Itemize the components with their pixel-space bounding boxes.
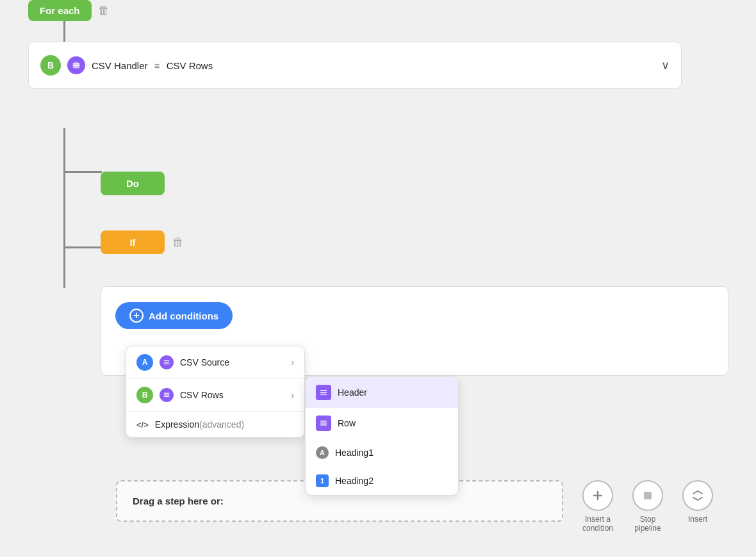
dropdown-item-csv-source[interactable]: A CSV Source › — [126, 346, 304, 378]
svg-rect-7 — [164, 393, 170, 394]
dropdown-item-csv-rows[interactable]: B CSV Rows › — [126, 379, 304, 411]
add-conditions-label: Add conditions — [149, 311, 218, 321]
expression-label: Expression(advanced) — [155, 419, 244, 430]
svg-rect-14 — [320, 423, 327, 424]
do-button[interactable]: Do — [101, 172, 165, 195]
svg-rect-13 — [320, 421, 327, 422]
svg-rect-3 — [73, 67, 79, 68]
expression-icon: </> — [136, 420, 149, 430]
insert-icon — [682, 480, 713, 511]
csv-rows-icon — [160, 388, 174, 402]
insert-condition-label: Insert acondition — [582, 515, 613, 533]
svg-rect-2 — [73, 65, 79, 67]
svg-rect-6 — [164, 364, 170, 364]
add-conditions-button[interactable]: + Add conditions — [115, 302, 233, 329]
sub-menu: Header Row A Heading1 1 Heading2 — [305, 376, 459, 496]
if-trash-icon[interactable]: 🗑 — [172, 236, 184, 249]
badge-b-icon: B — [136, 387, 153, 403]
do-node: Do — [101, 172, 165, 195]
connector-line-h1 — [63, 171, 102, 173]
if-node: If 🗑 — [101, 230, 184, 254]
svg-rect-11 — [320, 392, 327, 393]
badge-a-icon: A — [136, 354, 153, 371]
csv-rows-label: CSV Rows — [180, 390, 224, 400]
dropdown-menu: A CSV Source › B CSV Row — [126, 346, 305, 438]
row-label: Row — [338, 418, 356, 428]
heading2-label: Heading2 — [335, 476, 374, 486]
svg-rect-1 — [73, 63, 79, 65]
svg-rect-16 — [644, 492, 652, 499]
sub-icon-a-heading1: A — [316, 446, 329, 459]
sub-menu-item-heading2[interactable]: 1 Heading2 — [306, 467, 458, 495]
stop-pipeline-icon — [632, 480, 663, 511]
svg-rect-15 — [320, 424, 327, 426]
csv-handler-chevron-icon[interactable]: ∨ — [661, 58, 670, 72]
dropdown-item-expression[interactable]: </> Expression(advanced) — [126, 412, 304, 437]
insert-condition-icon — [582, 480, 613, 511]
connector-line-2 — [63, 128, 65, 172]
csv-handler-icon — [67, 56, 85, 74]
for-each-trash-icon[interactable]: 🗑 — [98, 4, 110, 17]
if-button[interactable]: If — [101, 230, 165, 254]
insert-label: Insert — [688, 515, 707, 524]
chevron-right-icon-source: › — [291, 357, 294, 367]
drag-step-title: Drag a step here or: — [133, 494, 546, 508]
csv-rows-text: CSV Rows — [167, 60, 213, 71]
for-each-node: For each 🗑 — [28, 0, 110, 21]
csv-handler-card: B CSV Handler ≡ CSV Rows ∨ — [28, 42, 682, 89]
action-insert-condition[interactable]: Insert acondition — [582, 480, 613, 533]
csv-separator: ≡ — [154, 60, 160, 71]
canvas: For each 🗑 B CSV Handler ≡ CSV Rows ∨ — [0, 0, 756, 557]
plus-circle-icon: + — [129, 309, 144, 323]
csv-source-text: CSV Handler — [92, 60, 148, 71]
svg-rect-9 — [164, 396, 170, 397]
sub-menu-item-row[interactable]: Row — [306, 408, 458, 439]
stop-pipeline-label: Stoppipeline — [634, 515, 661, 533]
svg-rect-12 — [320, 394, 327, 395]
connector-line-h2 — [63, 246, 102, 248]
csv-handler-inner: B CSV Handler ≡ CSV Rows ∨ — [40, 55, 670, 76]
svg-rect-10 — [320, 390, 327, 391]
header-label: Header — [338, 387, 367, 398]
connector-line-1 — [63, 18, 65, 44]
svg-rect-4 — [164, 360, 170, 361]
badge-b: B — [40, 55, 61, 76]
heading1-label: Heading1 — [335, 448, 374, 458]
sub-icon-list-row — [316, 416, 331, 431]
connector-line-v4 — [63, 246, 65, 288]
svg-rect-5 — [164, 362, 170, 362]
csv-handler-label: CSV Handler ≡ CSV Rows — [92, 60, 655, 71]
action-stop-pipeline[interactable]: Stoppipeline — [632, 480, 663, 533]
sub-icon-1-heading2: 1 — [316, 474, 329, 487]
connector-line-3 — [63, 171, 65, 248]
csv-source-icon — [160, 355, 174, 369]
chevron-right-icon-rows: › — [291, 390, 294, 400]
for-each-button[interactable]: For each — [28, 0, 92, 21]
sub-menu-item-heading1[interactable]: A Heading1 — [306, 439, 458, 467]
sub-icon-list-header — [316, 385, 331, 400]
svg-rect-8 — [164, 394, 170, 395]
csv-source-label: CSV Source — [180, 357, 229, 367]
action-insert[interactable]: Insert — [682, 480, 713, 524]
sub-menu-item-header[interactable]: Header — [306, 377, 458, 408]
